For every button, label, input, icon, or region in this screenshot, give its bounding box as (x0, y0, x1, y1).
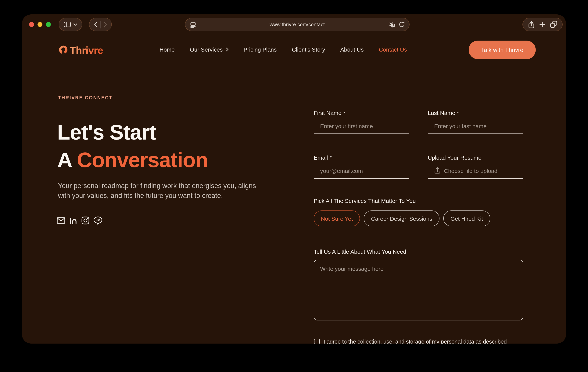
title-line-2: AConversation (57, 146, 208, 174)
consent-row: I agree to the collection, use, and stor… (314, 339, 549, 344)
site-logo[interactable]: Thrivre (58, 44, 103, 57)
sidebar-button-group[interactable] (59, 18, 82, 31)
message-label: Tell Us A Little About What You Need (314, 248, 406, 255)
line-icon[interactable]: LINE (94, 217, 102, 224)
first-name-field: First Name * (314, 109, 409, 134)
zoom-window-button[interactable] (46, 22, 51, 27)
logo-text: Thrivre (70, 45, 103, 56)
chevron-right-icon (226, 46, 228, 53)
back-button[interactable] (94, 22, 98, 27)
choose-file-button[interactable]: Choose file to upload (428, 164, 523, 179)
nav-item-pricing-plans[interactable]: Pricing Plans (243, 46, 277, 53)
nav-item-home[interactable]: Home (159, 46, 175, 53)
title-line-1: Let's Start (57, 118, 208, 146)
thrivre-logo-icon (58, 44, 69, 57)
share-icon[interactable] (528, 21, 534, 28)
history-nav-group (89, 18, 112, 31)
desktop-background: www.thrivre.com/contact (0, 0, 588, 372)
first-name-label: First Name * (314, 109, 409, 116)
last-name-label: Last Name * (428, 109, 523, 116)
message-textarea[interactable] (314, 260, 523, 320)
email-icon[interactable] (57, 217, 65, 224)
service-option-get-hired-kit[interactable]: Get Hired Kit (443, 210, 490, 226)
divider (100, 21, 101, 28)
last-name-input[interactable] (428, 119, 523, 134)
resume-upload-label: Upload Your Resume (428, 154, 523, 161)
translate-icon[interactable] (389, 22, 396, 28)
browser-window: www.thrivre.com/contact (22, 14, 566, 344)
svg-text:LINE: LINE (96, 219, 100, 221)
email-label: Email * (314, 154, 409, 161)
nav-item-about-us[interactable]: About Us (340, 46, 364, 53)
hero-description: Your personal roadmap for finding work t… (58, 181, 262, 201)
nav-item-contact-us[interactable]: Contact Us (379, 46, 407, 53)
page-settings-icon[interactable] (190, 22, 196, 28)
minimize-window-button[interactable] (38, 22, 42, 27)
linkedin-icon[interactable] (69, 217, 77, 224)
resume-upload-field: Upload Your Resume Choose file to upload (428, 154, 523, 179)
upload-icon (434, 167, 441, 175)
browser-toolbar: www.thrivre.com/contact (22, 14, 566, 39)
service-options: Not Sure Yet Career Design Sessions Get … (314, 210, 490, 226)
nav-item-our-services[interactable]: Our Services (190, 46, 228, 53)
reload-icon[interactable] (399, 22, 405, 28)
service-option-career-design-sessions[interactable]: Career Design Sessions (364, 210, 440, 226)
social-links: LINE (57, 217, 102, 224)
close-window-button[interactable] (29, 22, 34, 27)
services-question-label: Pick All The Services That Matter To You (314, 197, 416, 204)
url-text: www.thrivre.com/contact (270, 22, 325, 27)
consent-label: I agree to the collection, use, and stor… (324, 339, 507, 344)
main-navigation: Home Our Services Pricing Plans Client's… (159, 41, 407, 58)
choose-file-label: Choose file to upload (444, 168, 497, 174)
nav-item-clients-story[interactable]: Client's Story (292, 46, 325, 53)
last-name-field: Last Name * (428, 109, 523, 134)
toolbar-actions-group (523, 18, 563, 31)
new-tab-icon[interactable] (539, 22, 545, 27)
consent-checkbox[interactable] (314, 339, 320, 344)
email-input[interactable] (314, 164, 409, 179)
forward-button[interactable] (103, 22, 107, 27)
sidebar-icon (64, 22, 71, 27)
page-title: Let's Start AConversation (57, 118, 208, 174)
address-bar[interactable]: www.thrivre.com/contact (185, 18, 410, 31)
title-highlight: Conversation (77, 148, 208, 172)
section-eyebrow: THRIVRE CONNECT (58, 95, 113, 100)
chevron-down-icon (74, 23, 77, 26)
window-controls (29, 22, 51, 27)
service-option-not-sure-yet[interactable]: Not Sure Yet (314, 210, 360, 226)
talk-with-thrivre-button[interactable]: Talk with Thrivre (469, 41, 536, 59)
tab-overview-icon[interactable] (550, 21, 557, 28)
instagram-icon[interactable] (82, 217, 89, 224)
email-field: Email * (314, 154, 409, 179)
first-name-input[interactable] (314, 119, 409, 134)
address-bar-actions (389, 22, 405, 28)
